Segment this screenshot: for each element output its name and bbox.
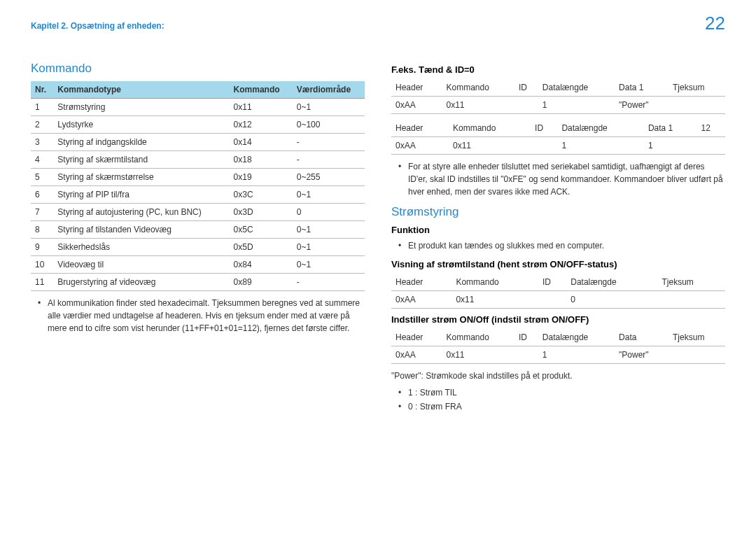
td: 0x11 bbox=[451, 291, 538, 309]
example-note: For at styre alle enheder tilsluttet med… bbox=[391, 160, 725, 198]
th: 12 bbox=[696, 120, 725, 137]
table-row: 9Sikkerhedslås0x5D0~1 bbox=[31, 239, 365, 256]
table-cell: 0x5C bbox=[230, 221, 293, 239]
table-cell: 0x11 bbox=[230, 99, 293, 116]
td: 0 bbox=[566, 291, 657, 309]
table-cell: 0~1 bbox=[293, 239, 365, 256]
table-cell: 0~1 bbox=[293, 99, 365, 116]
section-title-kommando: Kommando bbox=[31, 62, 365, 76]
section-title-stroemstyring: Strømstyring bbox=[391, 205, 725, 219]
th: Header bbox=[391, 274, 451, 291]
funktion-label: Funktion bbox=[391, 225, 725, 235]
td: 0x11 bbox=[442, 346, 514, 364]
td bbox=[668, 97, 725, 114]
command-note: Al kommunikation finder sted hexadecimal… bbox=[31, 297, 365, 335]
th: ID bbox=[514, 79, 538, 97]
note-text: Et produkt kan tændes og slukkes med en … bbox=[401, 239, 725, 252]
table-cell: Styring af tilstanden Videovæg bbox=[53, 221, 229, 239]
table-cell: 0x3C bbox=[230, 186, 293, 204]
table-cell: 0x84 bbox=[230, 256, 293, 274]
td: 0xAA bbox=[391, 137, 449, 155]
table-cell: 0x89 bbox=[230, 274, 293, 291]
funktion-note: Et produkt kan tændes og slukkes med en … bbox=[391, 239, 725, 252]
table-row: 8Styring af tilstanden Videovæg0x5C0~1 bbox=[31, 221, 365, 239]
power-codes: 1 : Strøm TIL 0 : Strøm FRA bbox=[391, 386, 725, 413]
page-number: 22 bbox=[705, 13, 725, 34]
set-power-title: Indstiller strøm ON/Off (indstil strøm O… bbox=[391, 314, 725, 325]
th: Kommando bbox=[449, 120, 531, 137]
td: 0x11 bbox=[449, 137, 531, 155]
table-cell: 8 bbox=[31, 221, 53, 239]
table-cell: 0~255 bbox=[293, 169, 365, 186]
list-item: 0 : Strøm FRA bbox=[401, 400, 725, 413]
table-cell: 2 bbox=[31, 116, 53, 134]
content-columns: Kommando Nr. Kommandotype Kommando Værdi… bbox=[31, 59, 725, 420]
table-cell: Lydstyrke bbox=[53, 116, 229, 134]
table-cell: Styring af PIP til/fra bbox=[53, 186, 229, 204]
table-cell: Styring af autojustering (PC, kun BNC) bbox=[53, 204, 229, 221]
right-column: F.eks. Tænd & ID=0 Header Kommando ID Da… bbox=[391, 59, 725, 420]
chapter-heading: Kapitel 2. Opsætning af enheden: bbox=[31, 21, 725, 31]
td: 0xAA bbox=[391, 291, 451, 309]
th: Kommando bbox=[451, 274, 538, 291]
list-item: 1 : Strøm TIL bbox=[401, 386, 725, 399]
td bbox=[538, 291, 566, 309]
td bbox=[668, 346, 725, 364]
table-cell: Sikkerhedslås bbox=[53, 239, 229, 256]
td: 1 bbox=[557, 137, 644, 155]
table-cell: Videovæg til bbox=[53, 256, 229, 274]
command-table: Nr. Kommandotype Kommando Værdiområde 1S… bbox=[31, 81, 365, 291]
col-nr: Nr. bbox=[31, 81, 53, 99]
col-vaerdiomraade: Værdiområde bbox=[293, 81, 365, 99]
set-power-table: Header Kommando ID Datalængde Data Tjeks… bbox=[391, 329, 725, 364]
table-cell: 0x5D bbox=[230, 239, 293, 256]
table-cell: - bbox=[293, 134, 365, 151]
th: ID bbox=[538, 274, 566, 291]
table-cell: 4 bbox=[31, 151, 53, 169]
note-text: Al kommunikation finder sted hexadecimal… bbox=[41, 297, 365, 335]
example-table-2: Header Kommando ID Datalængde Data 1 12 … bbox=[391, 120, 725, 155]
th: Datalængde bbox=[566, 274, 657, 291]
example-table-1: Header Kommando ID Datalængde Data 1 Tje… bbox=[391, 79, 725, 114]
th: Datalængde bbox=[538, 329, 615, 346]
td: "Power" bbox=[615, 346, 668, 364]
td: 1 bbox=[644, 137, 697, 155]
td: 0xAA bbox=[391, 346, 442, 364]
table-cell: 5 bbox=[31, 169, 53, 186]
table-cell: 0 bbox=[293, 204, 365, 221]
th: Header bbox=[391, 329, 442, 346]
td bbox=[531, 137, 557, 155]
td bbox=[514, 97, 538, 114]
table-cell: 11 bbox=[31, 274, 53, 291]
th: Datalængde bbox=[538, 79, 615, 97]
table-cell: 0~1 bbox=[293, 256, 365, 274]
table-row: 2Lydstyrke0x120~100 bbox=[31, 116, 365, 134]
table-cell: - bbox=[293, 151, 365, 169]
table-cell: Styring af skærmstørrelse bbox=[53, 169, 229, 186]
left-column: Kommando Nr. Kommandotype Kommando Værdi… bbox=[31, 59, 365, 420]
th: Tjeksum bbox=[668, 79, 725, 97]
table-row: 4Styring af skærmtilstand0x18- bbox=[31, 151, 365, 169]
table-cell: 0~1 bbox=[293, 221, 365, 239]
th: ID bbox=[514, 329, 538, 346]
table-cell: Styring af indgangskilde bbox=[53, 134, 229, 151]
th: Data bbox=[615, 329, 668, 346]
table-cell: Strømstyring bbox=[53, 99, 229, 116]
table-cell: - bbox=[293, 274, 365, 291]
col-kommandotype: Kommandotype bbox=[53, 81, 229, 99]
td: 0xAA bbox=[391, 97, 442, 114]
table-cell: 10 bbox=[31, 256, 53, 274]
td bbox=[514, 346, 538, 364]
table-row: 3Styring af indgangskilde0x14- bbox=[31, 134, 365, 151]
td: 1 bbox=[538, 97, 615, 114]
th: Datalængde bbox=[557, 120, 644, 137]
table-row: 7Styring af autojustering (PC, kun BNC)0… bbox=[31, 204, 365, 221]
table-row: 1Strømstyring0x110~1 bbox=[31, 99, 365, 116]
td: "Power" bbox=[615, 97, 668, 114]
th: Data 1 bbox=[615, 79, 668, 97]
th: Header bbox=[391, 120, 449, 137]
td bbox=[696, 137, 725, 155]
table-cell: 0~100 bbox=[293, 116, 365, 134]
view-power-title: Visning af strømtilstand (hent strøm ON/… bbox=[391, 259, 725, 269]
td: 0x11 bbox=[442, 97, 514, 114]
